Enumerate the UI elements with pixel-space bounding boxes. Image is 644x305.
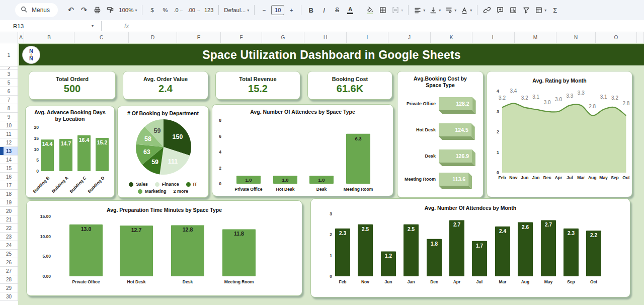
insert-comment-button[interactable] (494, 4, 506, 17)
menus-search-button[interactable]: Menus (15, 3, 58, 17)
horizontal-align-button[interactable]: ▾ (412, 4, 427, 17)
column-header[interactable]: L (472, 32, 515, 43)
undo-button[interactable]: ↶ (65, 4, 77, 17)
font-family-select[interactable]: Defaul...▾ (222, 4, 251, 17)
row-header[interactable]: 20 (0, 207, 18, 215)
insert-link-button[interactable] (481, 4, 493, 17)
decrease-font-size-button[interactable]: − (258, 4, 270, 17)
format-percent-button[interactable]: % (159, 4, 171, 17)
row-header[interactable]: 16 (0, 173, 18, 181)
row-header[interactable]: 6 (0, 87, 18, 96)
column-header[interactable]: M (515, 32, 556, 43)
column-header[interactable]: K (431, 32, 472, 43)
row-header[interactable]: 22 (0, 224, 18, 233)
chart-attendees-by-space[interactable]: Avg. Number Of Attendees by Space Type02… (212, 104, 393, 196)
row-header[interactable]: 11 (0, 130, 18, 138)
row-header[interactable]: 24 (0, 241, 18, 250)
column-header[interactable]: J (388, 32, 431, 43)
row-header[interactable]: 23 (0, 233, 18, 241)
svg-text:Hot Desk: Hot Desk (276, 187, 295, 192)
chart-cost-by-space[interactable]: Avg.Booking Cost by Space TypePrivate Of… (397, 71, 484, 198)
svg-text:1: 1 (497, 150, 499, 155)
more-formats-button[interactable]: 123 (203, 4, 215, 17)
kpi-card[interactable]: Booking Cost61.6K (307, 71, 392, 100)
zoom-select[interactable]: 100%▾ (117, 4, 138, 17)
kpi-card[interactable]: Total Orderd500 (29, 71, 116, 100)
row-header[interactable]: 26 (0, 258, 18, 267)
row-header[interactable]: 10 (0, 121, 18, 130)
row-header[interactable]: 8 (0, 104, 18, 113)
chart-advance-booking[interactable]: Avg. Advance Booking Days by Location051… (25, 106, 115, 198)
row-header[interactable]: 14 (0, 156, 18, 164)
chevron-down-icon: ▾ (454, 8, 456, 13)
print-button[interactable] (91, 4, 103, 17)
chart-rating-by-month[interactable]: Avg. Rating by Month012343.2Feb3.4Nov3.2… (487, 71, 632, 197)
chart-booking-by-dept[interactable]: # Of Booking by Department15011159635859… (117, 106, 209, 198)
select-all-corner[interactable] (0, 32, 18, 43)
row-header[interactable]: 29 (0, 284, 18, 292)
row-header[interactable]: 30 (0, 292, 18, 301)
text-wrap-button[interactable]: ▾ (443, 4, 458, 17)
fill-color-button[interactable] (364, 4, 376, 17)
legend-more-label[interactable]: 2 more (174, 189, 189, 194)
row-header[interactable]: 17 (0, 181, 18, 190)
create-filter-button[interactable] (520, 4, 532, 17)
svg-text:Building B: Building B (32, 175, 50, 194)
decrease-decimal-button[interactable]: .0← (172, 4, 185, 17)
column-header[interactable]: C (74, 32, 129, 43)
row-header[interactable]: 15 (0, 164, 18, 173)
row-header[interactable]: 3 (0, 70, 18, 79)
column-header[interactable]: N (556, 32, 596, 43)
functions-button[interactable]: Σ (549, 4, 561, 17)
italic-button[interactable]: I (318, 4, 330, 17)
row-header[interactable]: 1 (0, 43, 18, 67)
column-header[interactable]: D (129, 32, 177, 43)
vertical-align-button[interactable]: ▾ (428, 4, 442, 17)
paint-format-button[interactable] (104, 4, 116, 17)
column-header[interactable]: B (24, 32, 74, 43)
column-header[interactable]: E (177, 32, 221, 43)
svg-text:5.00: 5.00 (42, 254, 51, 259)
font-size-input[interactable]: 10 (271, 5, 284, 15)
row-header[interactable]: 13 (0, 147, 18, 156)
row-header[interactable]: 12 (0, 138, 18, 147)
chart-prep-time[interactable]: Avg. Preparation Time Minutes by Space T… (26, 200, 302, 296)
svg-text:0.00: 0.00 (42, 274, 51, 279)
insert-chart-button[interactable] (507, 4, 519, 17)
svg-text:Sep: Sep (611, 175, 619, 180)
text-color-button[interactable]: A (344, 4, 356, 17)
row-header[interactable]: 18 (0, 190, 18, 198)
chart-attendees-by-month[interactable]: Avg. Number Of Attendees by Month01232.3… (310, 198, 630, 297)
borders-button[interactable] (377, 4, 389, 17)
strikethrough-button[interactable]: S (331, 4, 343, 17)
merge-cells-button[interactable]: ▾ (390, 4, 405, 17)
text-rotation-button[interactable]: ▾ (459, 4, 473, 17)
row-header[interactable]: 19 (0, 198, 18, 207)
align-left-icon (414, 6, 422, 14)
kpi-card[interactable]: Total Revenue15.2 (215, 71, 300, 100)
row-header[interactable]: 9 (0, 113, 18, 121)
row-header[interactable]: 21 (0, 215, 18, 224)
column-header[interactable]: I (347, 32, 388, 43)
format-currency-button[interactable]: $ (146, 4, 158, 17)
column-header[interactable]: A (18, 32, 24, 43)
column-header[interactable] (637, 32, 644, 43)
legend-swatch (138, 189, 142, 194)
row-header[interactable]: 5 (0, 79, 18, 87)
kpi-card[interactable]: Avg. Order Value2.4 (123, 71, 208, 100)
row-header[interactable]: 7 (0, 96, 18, 104)
bold-button[interactable]: B (305, 4, 317, 17)
column-header[interactable]: H (304, 32, 347, 43)
column-header[interactable]: O (596, 32, 637, 43)
increase-decimal-button[interactable]: .00→ (186, 4, 202, 17)
row-header[interactable]: 27 (0, 267, 18, 275)
row-header[interactable]: 25 (0, 250, 18, 258)
column-header[interactable]: F (221, 32, 262, 43)
name-box[interactable]: R13 ▾ (0, 23, 99, 29)
increase-font-size-button[interactable]: + (285, 4, 297, 17)
search-icon (20, 6, 28, 15)
redo-button[interactable]: ↷ (78, 4, 90, 17)
table-views-button[interactable]: ▾ (533, 4, 548, 17)
row-header[interactable]: 28 (0, 275, 18, 284)
column-header[interactable]: G (262, 32, 304, 43)
